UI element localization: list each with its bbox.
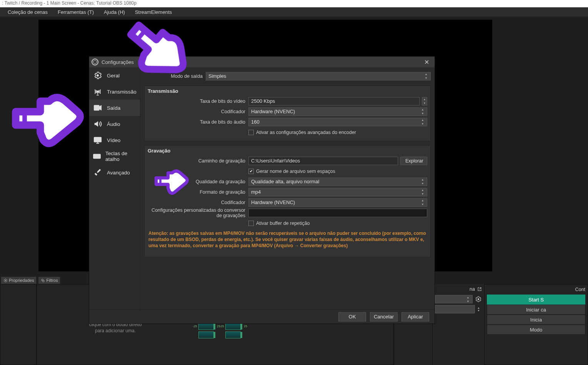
start-replay-button[interactable]: Inicia [487, 315, 585, 325]
main-menubar: Coleção de cenas Ferramentas (T) Ajuda (… [0, 7, 588, 17]
tools-icon [92, 168, 103, 177]
nav-advanced[interactable]: Avançado [89, 164, 140, 181]
controls-panel: Cont Start S Iniciar ca Inicia Modo [484, 284, 588, 365]
streaming-section: Transmissão Taxa de bits do vídeo 2500 K… [144, 85, 431, 141]
audio-icon [92, 119, 103, 129]
keyboard-icon [92, 152, 102, 161]
popout-icon[interactable] [477, 287, 482, 291]
svg-point-4 [97, 74, 99, 77]
audio-meters: -2525 -2525 [198, 323, 268, 338]
filters-button[interactable]: Filtros [38, 276, 60, 284]
output-icon [92, 103, 103, 112]
meter-bar [225, 332, 241, 338]
nav-stream[interactable]: Transmissão [89, 84, 140, 100]
start-recording-button[interactable]: Iniciar ca [487, 305, 585, 315]
studio-mode-button[interactable]: Modo [487, 325, 585, 335]
video-bitrate-input[interactable]: 2500 Kbps [248, 97, 420, 105]
stream-encoder-select[interactable]: Hardware (NVENC)▲▼ [248, 107, 427, 116]
output-mode-select[interactable]: Simples ▲▼ [206, 72, 431, 80]
svg-rect-6 [94, 105, 99, 111]
window-title: : Twitch / Recording - 1 Main Screen - C… [2, 0, 137, 6]
window-titlebar: : Twitch / Recording - 1 Main Screen - C… [0, 0, 588, 7]
broadcast-icon [92, 87, 103, 96]
meter-bar [198, 332, 214, 338]
pointer-overlay-icon [153, 166, 192, 195]
properties-button[interactable]: Propriedades [1, 276, 37, 284]
spinner-icon[interactable]: ▲▼ [422, 97, 427, 105]
settings-nav: Geral Transmissão Saída Áudio Vídeo Tecl… [89, 67, 140, 310]
close-icon[interactable]: ✕ [421, 58, 432, 67]
meter-bar: -2525 [198, 323, 214, 330]
muxer-settings-input[interactable] [248, 209, 427, 217]
nav-general[interactable]: Geral [89, 67, 140, 84]
nav-video[interactable]: Vídeo [89, 132, 140, 148]
svg-rect-7 [94, 137, 101, 142]
cancel-button[interactable]: Cancelar [370, 312, 398, 321]
streaming-title: Transmissão [145, 86, 430, 95]
monitor-icon [92, 136, 103, 145]
recording-format-select[interactable]: mp4▲▼ [248, 188, 427, 196]
scenes-panel[interactable] [0, 284, 37, 365]
recording-section: Gravação Caminho de gravação Explorar Ge… [144, 145, 431, 257]
svg-point-3 [478, 298, 480, 300]
apply-button[interactable]: Aplicar [401, 312, 429, 321]
recording-encoder-select[interactable]: Hardware (NVENC)▲▼ [248, 198, 427, 207]
start-streaming-button[interactable]: Start S [487, 295, 585, 305]
nav-hotkeys[interactable]: Teclas de atalho [89, 148, 140, 164]
browse-button[interactable]: Explorar [400, 157, 427, 165]
svg-rect-10 [22, 113, 27, 124]
svg-rect-11 [159, 179, 162, 184]
transition-label: na [470, 286, 475, 292]
menu-tools[interactable]: Ferramentas (T) [53, 8, 98, 16]
ok-button[interactable]: OK [338, 312, 366, 321]
menu-help[interactable]: Ajuda (H) [99, 8, 130, 16]
gear-icon[interactable] [475, 296, 482, 303]
recording-path-input[interactable] [248, 157, 398, 165]
svg-point-1 [42, 279, 43, 281]
gear-icon [92, 71, 103, 80]
advanced-encoder-checkbox[interactable] [248, 130, 254, 135]
transition-select[interactable]: ▲▼ [435, 295, 473, 303]
recording-quality-select[interactable]: Qualidade alta, arquivo normal▲▼ [248, 177, 427, 186]
transitions-panel[interactable]: na ▲▼ ▲▼ [432, 284, 484, 365]
meter-bar: -2525 [225, 323, 241, 330]
recording-title: Gravação [145, 146, 430, 155]
obs-logo-icon [92, 59, 98, 65]
menu-scene-collection[interactable]: Coleção de cenas [3, 8, 52, 16]
duration-select[interactable] [435, 305, 475, 313]
audio-bitrate-select[interactable]: 160▲▼ [248, 118, 427, 126]
controls-title: Cont [575, 287, 585, 292]
svg-point-2 [43, 280, 45, 282]
mp4-warning-text: Atenção: as gravações salvas em MP4/MOV … [145, 228, 430, 253]
nav-audio[interactable]: Áudio [89, 116, 140, 132]
nospace-checkbox[interactable] [248, 169, 254, 174]
replay-buffer-checkbox[interactable] [248, 221, 254, 226]
nav-output[interactable]: Saída [89, 100, 140, 116]
pointer-overlay-icon [11, 88, 88, 147]
svg-point-0 [5, 280, 6, 281]
dialog-footer: OK Cancelar Aplicar [89, 310, 435, 323]
settings-dialog: Configurações ✕ Geral Transmissão Saída … [89, 56, 435, 324]
svg-point-5 [97, 91, 98, 92]
